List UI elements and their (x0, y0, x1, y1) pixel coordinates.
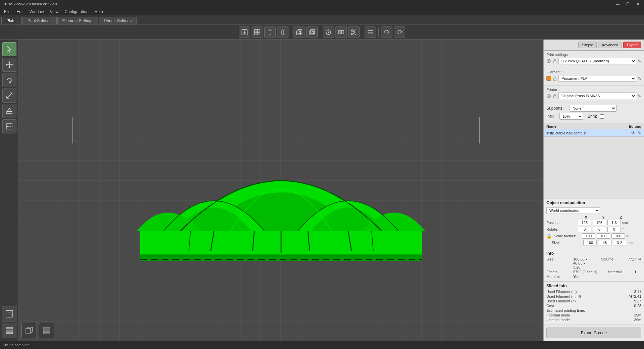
coord-system-row: World coordinates Local coordinates (546, 207, 641, 214)
printer-section: Printer : Original Prusa i3 MK3S ✎ (544, 85, 644, 103)
svg-rect-3 (255, 30, 257, 32)
lock-scale-icon[interactable]: 🔒 (546, 234, 552, 239)
supports-select[interactable]: None (570, 105, 616, 112)
filament-edit-icon[interactable]: ✎ (638, 76, 641, 81)
printer-edit-icon[interactable]: ✎ (638, 94, 641, 99)
rotate-z[interactable] (607, 227, 621, 232)
sliced-info-section: Sliced Info Used Filament (m) 3.11 Used … (544, 282, 644, 325)
maximize-btn[interactable]: ❐ (624, 1, 632, 7)
cut-tool[interactable] (2, 119, 16, 133)
used-filament-g-label: Used Filament (g) (546, 299, 576, 303)
window-controls[interactable]: — ❐ ✕ (614, 1, 641, 7)
coord-system-select[interactable]: World coordinates Local coordinates (546, 207, 600, 214)
flatten-tool[interactable] (2, 104, 16, 118)
size-x[interactable] (583, 240, 597, 245)
toolbar-sep-1 (291, 27, 291, 37)
3d-view-btn[interactable] (2, 306, 17, 322)
increase-copies-btn[interactable] (293, 26, 305, 38)
undo-btn[interactable] (381, 26, 392, 38)
edit-icon[interactable]: ✎ (638, 130, 641, 135)
scale-x[interactable] (582, 233, 595, 239)
size-label: Size: (552, 241, 582, 245)
menu-configuration[interactable]: Configuration (62, 9, 91, 15)
minimize-btn[interactable]: — (614, 1, 622, 7)
simple-mode-btn[interactable]: Simple (578, 42, 597, 48)
print-settings-select[interactable]: 0.20mm QUALITY (modified) (558, 58, 636, 64)
menu-edit[interactable]: Edit (14, 9, 26, 15)
menu-view[interactable]: View (47, 9, 61, 15)
rotate-tool[interactable] (2, 73, 16, 87)
brim-checkbox[interactable] (600, 114, 604, 119)
viewport[interactable] (19, 40, 543, 341)
advanced-mode-btn[interactable]: Advanced (598, 42, 622, 48)
printer-lock-icon (552, 94, 557, 98)
size-y[interactable] (598, 240, 611, 245)
layer-edit-btn[interactable] (365, 26, 376, 38)
split-btn[interactable] (335, 26, 347, 38)
delete-btn[interactable] (264, 26, 276, 38)
position-y[interactable] (593, 220, 606, 225)
select-tool[interactable] (2, 42, 16, 56)
eye-icon[interactable]: 👁 (631, 130, 636, 135)
export-gcode-btn[interactable]: Export G-code (546, 328, 641, 338)
rotate-y[interactable] (593, 227, 606, 232)
info-size-value: 100.00 x 48.00 x 3.20 (573, 257, 591, 269)
cut-btn[interactable] (348, 26, 360, 38)
size-z[interactable] (613, 240, 626, 245)
settings-icon (546, 59, 551, 63)
used-filament-m-value: 3.11 (634, 290, 641, 294)
menu-help[interactable]: Help (92, 9, 106, 15)
table-row[interactable]: instructable hair comb.stl 👁 ✎ (544, 129, 644, 137)
cost-value: 0.23 (634, 304, 641, 308)
scale-tool[interactable] (2, 89, 16, 103)
svg-point-26 (352, 30, 353, 31)
tab-filament-settings[interactable]: Filament Settings (57, 17, 99, 24)
scale-y[interactable] (597, 233, 610, 239)
print-settings-row: 0.20mm QUALITY (modified) ✎ (546, 58, 641, 64)
svg-rect-6 (258, 33, 260, 35)
print-settings-label: Print settings : (546, 53, 641, 57)
printer-select[interactable]: Original Prusa i3 MK3S (558, 93, 636, 99)
status-text: Slicing complete... (3, 343, 33, 347)
scale-z[interactable] (611, 233, 625, 239)
center-btn[interactable] (323, 26, 334, 38)
svg-line-31 (353, 32, 355, 34)
3d-perspective-btn[interactable] (21, 323, 37, 338)
info-volume-label: Volume: (601, 257, 621, 269)
app-title: PrusaSlicer-2.2.0 based on Slic3r (3, 2, 57, 6)
move-tool[interactable] (2, 58, 16, 72)
add-object-btn[interactable] (239, 26, 250, 38)
scale-label: Scale factors: (554, 234, 581, 238)
redo-btn[interactable] (394, 26, 405, 38)
close-btn[interactable]: ✕ (634, 1, 641, 7)
tab-print-settings[interactable]: Print Settings (22, 17, 56, 24)
tab-plater[interactable]: Plater (1, 17, 22, 24)
x-header: X (578, 215, 594, 219)
menu-window[interactable]: Window (27, 9, 47, 15)
arrange-btn[interactable] (252, 26, 263, 38)
main-area: Simple Advanced Expert Print settings : … (0, 40, 644, 341)
menu-file[interactable]: File (1, 9, 13, 15)
decrease-copies-btn[interactable] (306, 26, 318, 38)
info-facets-value: 6702 (1 shells) (573, 270, 597, 274)
svg-rect-42 (6, 310, 13, 317)
position-x[interactable] (578, 220, 591, 225)
expert-mode-btn[interactable]: Expert (623, 42, 641, 48)
svg-line-64 (31, 332, 33, 333)
print-settings-edit-icon[interactable]: ✎ (638, 59, 641, 64)
delete-all-btn[interactable] (277, 26, 288, 38)
layers-view-btn[interactable] (2, 323, 17, 338)
info-manifold-label: Manifold: (546, 275, 567, 279)
sliced-filament-m: Used Filament (m) 3.11 (546, 290, 641, 294)
layers-preview-btn[interactable] (39, 323, 54, 338)
rotate-x[interactable] (578, 227, 591, 232)
position-z[interactable] (607, 220, 621, 225)
svg-point-18 (328, 32, 329, 33)
infill-select[interactable]: 10% (559, 113, 583, 120)
tab-printer-settings[interactable]: Printer Settings (99, 17, 137, 24)
filament-section: Filament : Prusament PLA ✎ (544, 68, 644, 85)
filament-select[interactable]: Prusament PLA (558, 75, 636, 82)
toolbar-sep-3 (362, 27, 362, 37)
scale-row: 🔒 Scale factors: % (546, 233, 641, 239)
printer-label: Printer : (546, 88, 641, 92)
